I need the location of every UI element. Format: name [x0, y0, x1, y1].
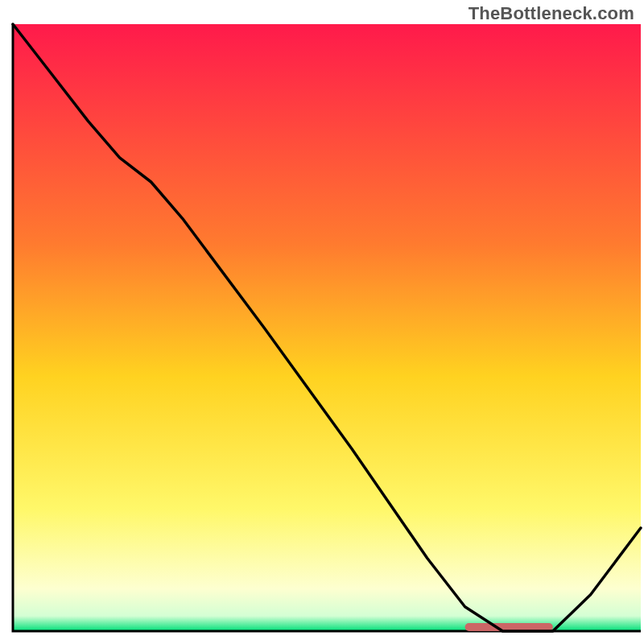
chart-frame: TheBottleneck.com [0, 0, 644, 644]
watermark-text: TheBottleneck.com [469, 3, 634, 24]
chart-canvas [0, 0, 644, 644]
plot-background [13, 24, 641, 631]
